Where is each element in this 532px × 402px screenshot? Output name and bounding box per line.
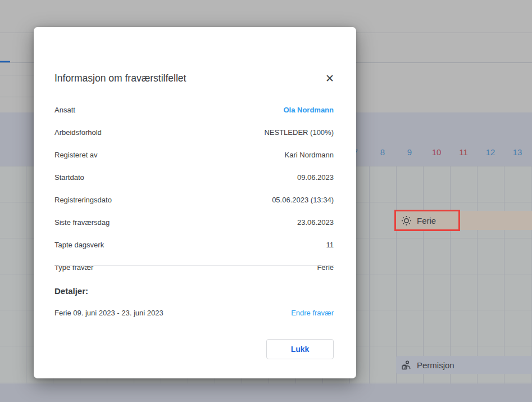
field-value: Kari Nordmann xyxy=(285,151,334,159)
field-value: NESTLEDER (100%) xyxy=(264,128,334,137)
day-number: 13 xyxy=(504,147,531,157)
close-button[interactable]: Lukk xyxy=(266,339,334,359)
calendar-footer-band xyxy=(0,383,532,402)
field-row-ansatt: Ansatt Ola Nordmann xyxy=(34,98,356,121)
absence-bar-permisjon[interactable]: Permisjon xyxy=(396,356,532,374)
field-row-type-fravaer: Type fravær Ferie xyxy=(34,256,356,278)
field-label: Siste fraværsdag xyxy=(54,218,110,227)
field-label: Type fravær xyxy=(54,263,93,272)
field-label: Tapte dagsverk xyxy=(54,241,104,249)
detail-row: Ferie 09. juni 2023 - 23. juni 2023 Endr… xyxy=(54,306,334,319)
section-divider xyxy=(54,265,334,266)
field-row-siste-fravaersdag: Siste fraværsdag 23.06.2023 xyxy=(34,211,356,233)
day-number-weekend: 11 xyxy=(450,147,477,157)
field-row-arbeidsforhold: Arbeidsforhold NESTLEDER (100%) xyxy=(34,121,356,143)
day-number-weekend: 10 xyxy=(423,147,450,157)
field-row-tapte-dagsverk: Tapte dagsverk 11 xyxy=(34,233,356,256)
field-label: Registeret av xyxy=(54,151,98,159)
field-row-registreringsdato: Registreringsdato 05.06.2023 (13:34) xyxy=(34,188,356,211)
field-label: Startdato xyxy=(54,173,84,182)
field-value: 09.06.2023 xyxy=(297,173,334,182)
field-value: Ferie xyxy=(317,263,334,272)
absence-period-text: Ferie 09. juni 2023 - 23. juni 2023 xyxy=(54,309,163,317)
field-value: 23.06.2023 xyxy=(297,218,334,227)
field-value: 05.06.2023 (13:34) xyxy=(272,196,334,204)
close-icon[interactable]: ✕ xyxy=(323,72,337,85)
dialog-title: Informasjon om fraværstilfellet xyxy=(54,73,186,84)
field-label: Arbeidsforhold xyxy=(54,128,102,137)
red-highlight-rectangle xyxy=(394,210,460,231)
field-value: 11 xyxy=(326,241,334,249)
field-label: Registreringsdato xyxy=(54,196,112,204)
divider xyxy=(0,75,35,75)
person-icon xyxy=(401,360,412,371)
field-row-startdato: Startdato 09.06.2023 xyxy=(34,166,356,188)
day-number: 9 xyxy=(396,147,423,157)
employee-link[interactable]: Ola Nordmann xyxy=(283,106,334,114)
absence-bar-label: Permisjon xyxy=(417,360,454,370)
edit-absence-link[interactable]: Endre fravær xyxy=(291,309,334,317)
day-number: 8 xyxy=(369,147,396,157)
field-row-registeret-av: Registeret av Kari Nordmann xyxy=(34,143,356,166)
absence-info-dialog: Informasjon om fraværstilfellet ✕ Ansatt… xyxy=(34,27,356,378)
absence-field-list: Ansatt Ola Nordmann Arbeidsforhold NESTL… xyxy=(34,98,356,278)
field-label: Ansatt xyxy=(54,106,75,114)
day-number: 12 xyxy=(477,147,504,157)
active-tab-indicator xyxy=(0,61,10,62)
details-heading: Detaljer: xyxy=(54,286,88,296)
divider xyxy=(0,97,35,97)
